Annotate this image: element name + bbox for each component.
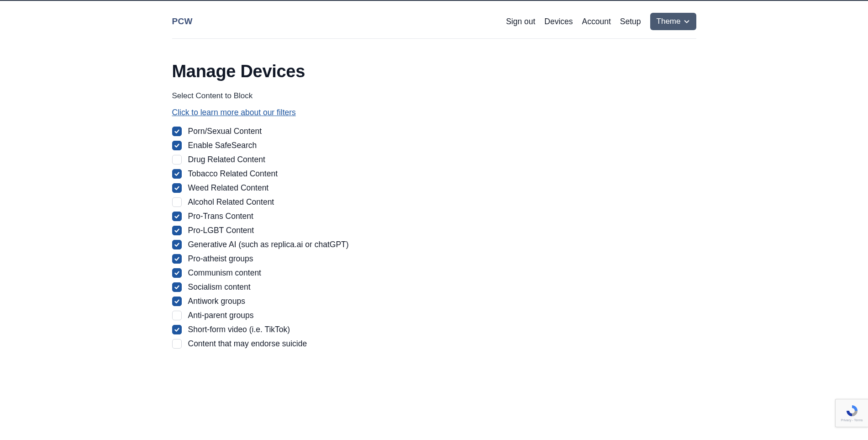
filter-label: Pro-atheist groups	[188, 254, 253, 264]
filter-label: Enable SafeSearch	[188, 141, 257, 150]
filter-checkbox[interactable]	[172, 311, 182, 320]
filter-label: Tobacco Related Content	[188, 169, 278, 179]
learn-more-link[interactable]: Click to learn more about our filters	[172, 108, 296, 117]
filter-row: Generative AI (such as replica.ai or cha…	[172, 240, 696, 249]
filter-checkbox[interactable]	[172, 297, 182, 306]
filter-row: Tobacco Related Content	[172, 169, 696, 179]
filter-checkbox[interactable]	[172, 183, 182, 193]
filter-checkbox[interactable]	[172, 325, 182, 334]
filter-row: Content that may endorse suicide	[172, 339, 696, 349]
filter-label: Content that may endorse suicide	[188, 339, 307, 349]
filter-list: Porn/Sexual ContentEnable SafeSearchDrug…	[172, 127, 696, 349]
main-content: Manage Devices Select Content to Block C…	[172, 39, 696, 349]
filter-row: Communism content	[172, 268, 696, 278]
filter-row: Pro-atheist groups	[172, 254, 696, 264]
filter-checkbox[interactable]	[172, 155, 182, 164]
nav-account[interactable]: Account	[582, 17, 611, 27]
filter-row: Enable SafeSearch	[172, 141, 696, 150]
filter-label: Short-form video (i.e. TikTok)	[188, 325, 290, 334]
theme-label: Theme	[657, 17, 681, 26]
filter-row: Weed Related Content	[172, 183, 696, 193]
filter-label: Pro-Trans Content	[188, 212, 253, 221]
filter-checkbox[interactable]	[172, 339, 182, 349]
page-title: Manage Devices	[172, 62, 696, 81]
header: PCW Sign out Devices Account Setup Theme	[172, 1, 696, 39]
filter-label: Drug Related Content	[188, 155, 265, 164]
theme-dropdown-button[interactable]: Theme	[650, 13, 696, 30]
filter-checkbox[interactable]	[172, 254, 182, 264]
top-nav: Sign out Devices Account Setup Theme	[506, 13, 696, 30]
page-subtitle: Select Content to Block	[172, 91, 696, 101]
filter-label: Alcohol Related Content	[188, 197, 274, 207]
filter-label: Socialism content	[188, 282, 251, 292]
filter-checkbox[interactable]	[172, 197, 182, 207]
filter-checkbox[interactable]	[172, 169, 182, 179]
filter-checkbox[interactable]	[172, 212, 182, 221]
filter-checkbox[interactable]	[172, 268, 182, 278]
filter-label: Pro-LGBT Content	[188, 226, 254, 235]
filter-checkbox[interactable]	[172, 240, 182, 249]
brand-logo[interactable]: PCW	[172, 16, 193, 27]
filter-row: Porn/Sexual Content	[172, 127, 696, 136]
filter-row: Pro-Trans Content	[172, 212, 696, 221]
filter-row: Short-form video (i.e. TikTok)	[172, 325, 696, 334]
nav-signout[interactable]: Sign out	[506, 17, 535, 27]
filter-label: Weed Related Content	[188, 183, 269, 193]
filter-label: Porn/Sexual Content	[188, 127, 262, 136]
filter-row: Antiwork groups	[172, 297, 696, 306]
filter-checkbox[interactable]	[172, 127, 182, 136]
filter-row: Pro-LGBT Content	[172, 226, 696, 235]
filter-checkbox[interactable]	[172, 141, 182, 150]
nav-devices[interactable]: Devices	[544, 17, 573, 27]
filter-row: Alcohol Related Content	[172, 197, 696, 207]
nav-setup[interactable]: Setup	[620, 17, 641, 27]
filter-checkbox[interactable]	[172, 282, 182, 292]
filter-label: Antiwork groups	[188, 297, 245, 306]
filter-label: Anti-parent groups	[188, 311, 254, 320]
filter-row: Drug Related Content	[172, 155, 696, 164]
filter-row: Anti-parent groups	[172, 311, 696, 320]
filter-label: Communism content	[188, 268, 261, 278]
filter-label: Generative AI (such as replica.ai or cha…	[188, 240, 349, 249]
chevron-down-icon	[684, 18, 690, 25]
filter-row: Socialism content	[172, 282, 696, 292]
filter-checkbox[interactable]	[172, 226, 182, 235]
